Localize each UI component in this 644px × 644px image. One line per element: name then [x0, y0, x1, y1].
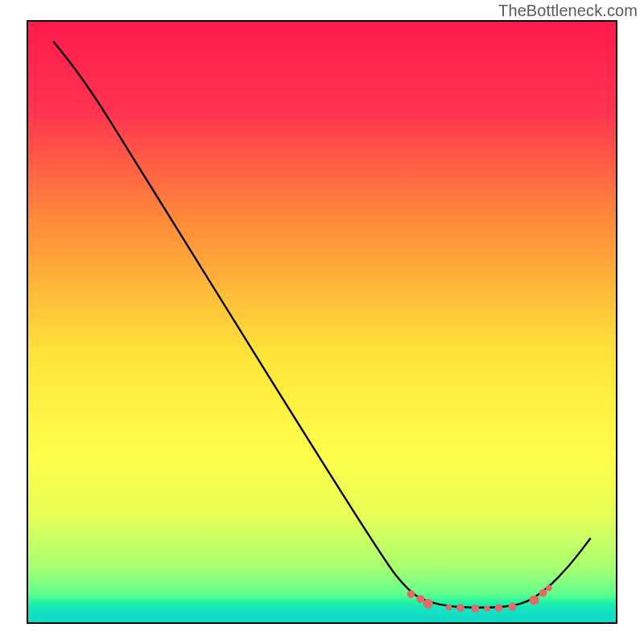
data-marker [529, 596, 539, 605]
attribution-label: TheBottleneck.com [498, 2, 638, 20]
bottleneck-chart: TheBottleneck.com [0, 0, 644, 644]
data-marker [546, 585, 552, 592]
data-marker [456, 604, 464, 612]
data-marker [416, 595, 424, 603]
data-marker [484, 605, 490, 612]
data-marker [539, 589, 547, 597]
plot-background [27, 21, 617, 623]
data-marker [407, 590, 415, 598]
data-marker [508, 603, 516, 611]
data-marker [446, 605, 452, 611]
data-marker [423, 599, 433, 609]
data-marker [495, 604, 503, 612]
data-marker [471, 605, 479, 613]
chart-plot [0, 0, 644, 644]
